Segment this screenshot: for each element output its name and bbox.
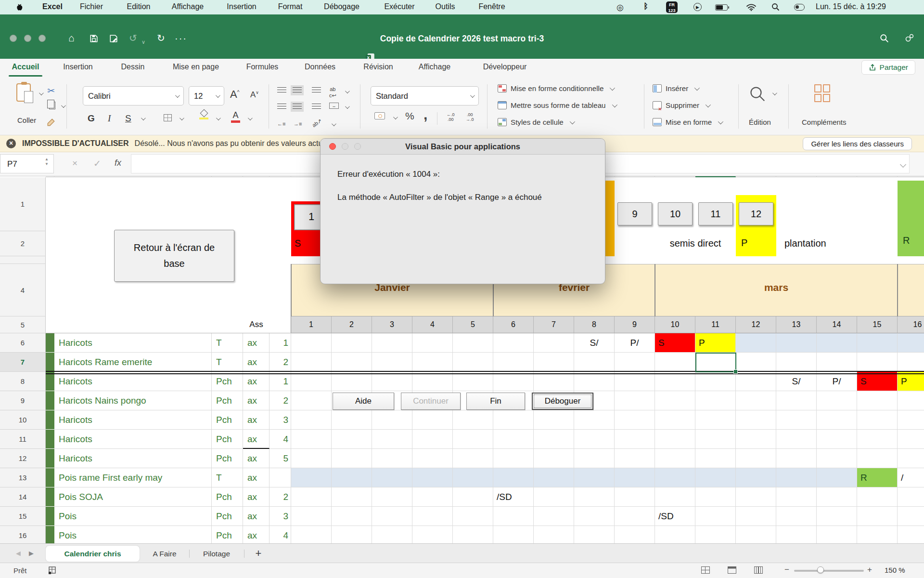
row-header-9[interactable]: 9 xyxy=(0,391,46,410)
grid-cell-I6[interactable] xyxy=(412,333,453,353)
grid-cell-I7[interactable] xyxy=(412,353,453,372)
selected-cell-P7[interactable] xyxy=(695,353,736,372)
grid-cell-I14[interactable] xyxy=(412,487,453,507)
orientation-chevron-icon[interactable] xyxy=(332,121,336,126)
grid-cell-U10[interactable] xyxy=(898,410,924,430)
grid-cell-T8[interactable]: S xyxy=(857,372,898,391)
row-header-1[interactable]: 1 xyxy=(0,177,46,231)
sheet-tab-a-faire[interactable]: A Faire xyxy=(141,546,189,562)
cell-num-row6[interactable]: 1 xyxy=(270,333,291,353)
grid-cell-J6[interactable] xyxy=(453,333,493,353)
grid-cell-M12[interactable] xyxy=(574,449,615,468)
grid-cell-L7[interactable] xyxy=(534,353,574,372)
paste-label[interactable]: Coller xyxy=(17,116,36,124)
grid-cell-P14[interactable] xyxy=(695,487,736,507)
grid-cell-U16[interactable] xyxy=(898,526,924,545)
zoom-percentage[interactable]: 150 % xyxy=(885,566,905,574)
grow-font-button[interactable]: A^ xyxy=(230,88,239,101)
ribbon-tab-développeur[interactable]: Développeur xyxy=(483,63,527,71)
cell-num-row13[interactable] xyxy=(270,468,291,487)
grid-cell-L15[interactable] xyxy=(534,507,574,526)
grid-cell-R7[interactable] xyxy=(776,353,817,372)
cell-d5-ass[interactable]: Ass xyxy=(243,316,270,333)
add-sheet-button[interactable]: + xyxy=(250,546,267,562)
delete-cells-button[interactable]: ×Supprimer xyxy=(653,101,709,109)
grid-cell-J16[interactable] xyxy=(453,526,493,545)
grid-cell-L8[interactable] xyxy=(534,372,574,391)
redo-icon[interactable]: ↻ xyxy=(157,33,165,43)
grid-cell-F6[interactable] xyxy=(291,333,332,353)
edition-label[interactable]: Édition xyxy=(749,118,771,126)
increase-decimal-icon[interactable]: ←.0.00 xyxy=(447,112,455,122)
grid-cell-U12[interactable] xyxy=(898,449,924,468)
cell-name-row9[interactable]: Haricots Nains pongo xyxy=(54,391,212,410)
grid-cell-U15[interactable] xyxy=(898,507,924,526)
menu-fichier[interactable]: Fichier xyxy=(80,2,103,11)
grid-cell-T13[interactable]: R xyxy=(857,468,898,487)
grid-cell-T6[interactable] xyxy=(857,333,898,353)
minimize-window-button[interactable] xyxy=(24,35,31,42)
cell-name-row16[interactable]: Pois xyxy=(54,526,212,545)
row-header-11[interactable]: 11 xyxy=(0,430,46,449)
grid-cell-P9[interactable] xyxy=(695,391,736,410)
sheet-tab-pilotage[interactable]: Pilotage xyxy=(190,546,244,562)
cell-ax-row10[interactable]: ax xyxy=(243,410,270,430)
grid-cell-H6[interactable] xyxy=(372,333,412,353)
menu-edition[interactable]: Edition xyxy=(127,2,151,11)
increase-indent-icon[interactable]: →≡ xyxy=(294,121,302,127)
italic-button[interactable]: I xyxy=(108,113,111,124)
grid-cell-H7[interactable] xyxy=(372,353,412,372)
align-left-icon[interactable] xyxy=(277,104,286,110)
undo-chevron-icon[interactable]: ∨ xyxy=(141,37,145,47)
format-painter-icon[interactable] xyxy=(47,118,55,127)
underline-chevron-icon[interactable] xyxy=(141,116,146,120)
shrink-font-button[interactable]: A∨ xyxy=(250,90,259,100)
sheet-tab-calendrier-chris[interactable]: Calendrier chris xyxy=(46,546,140,562)
cell-ax-row9[interactable]: ax xyxy=(243,391,270,410)
grid-cell-S11[interactable] xyxy=(817,430,857,449)
complements-label[interactable]: Compléments xyxy=(802,118,847,126)
grid-cell-S7[interactable] xyxy=(817,353,857,372)
grid-cell-L16[interactable] xyxy=(534,526,574,545)
search-icon[interactable] xyxy=(880,34,889,43)
grid-cell-S8[interactable]: P/ xyxy=(817,372,857,391)
grid-cell-P12[interactable] xyxy=(695,449,736,468)
ribbon-tab-insertion[interactable]: Insertion xyxy=(63,63,92,71)
wifi-icon[interactable] xyxy=(746,3,757,11)
align-middle-icon[interactable] xyxy=(293,87,302,93)
grid-cell-S10[interactable] xyxy=(817,410,857,430)
wrap-text-icon[interactable]: abc↩ xyxy=(329,86,336,98)
cell-type-row9[interactable]: Pch xyxy=(212,391,243,410)
grid-cell-P15[interactable] xyxy=(695,507,736,526)
grid-cell-L14[interactable] xyxy=(534,487,574,507)
grid-cell-O13[interactable] xyxy=(655,468,695,487)
grid-cell-U8[interactable]: P xyxy=(898,372,924,391)
grid-cell-G16[interactable] xyxy=(332,526,372,545)
grid-cell-O10[interactable] xyxy=(655,410,695,430)
fin-button[interactable]: Fin xyxy=(466,393,525,410)
menu-débogage[interactable]: Débogage xyxy=(324,2,359,11)
share-people-icon[interactable] xyxy=(904,33,915,43)
grid-cell-U11[interactable] xyxy=(898,430,924,449)
grid-cell-T15[interactable] xyxy=(857,507,898,526)
bluetooth-icon[interactable]: ᛒ xyxy=(643,2,648,11)
cell-ax-row16[interactable]: ax xyxy=(243,526,270,545)
cell-ax-row11[interactable]: ax xyxy=(243,430,270,449)
cell-ax-row14[interactable]: ax xyxy=(243,487,270,507)
grid-cell-T12[interactable] xyxy=(857,449,898,468)
grid-cell-F14[interactable] xyxy=(291,487,332,507)
grid-cell-O6[interactable]: S xyxy=(655,333,695,353)
zoom-in-button[interactable]: + xyxy=(867,565,872,575)
grid-cell-I16[interactable] xyxy=(412,526,453,545)
grid-cell-O14[interactable] xyxy=(655,487,695,507)
cell-styles-button[interactable]: Styles de cellule xyxy=(498,118,574,126)
cut-icon[interactable]: ✂ xyxy=(47,85,55,96)
grid-cell-U14[interactable] xyxy=(898,487,924,507)
grid-cell-H15[interactable] xyxy=(372,507,412,526)
grid-cell-Q6[interactable] xyxy=(736,333,776,353)
grid-cell-N15[interactable] xyxy=(615,507,655,526)
accounting-format-icon[interactable] xyxy=(374,112,385,119)
percent-style-button[interactable]: % xyxy=(405,110,414,122)
ribbon-tab-affichage[interactable]: Affichage xyxy=(419,63,450,71)
orientation-icon[interactable]: ab↗ xyxy=(311,118,323,129)
